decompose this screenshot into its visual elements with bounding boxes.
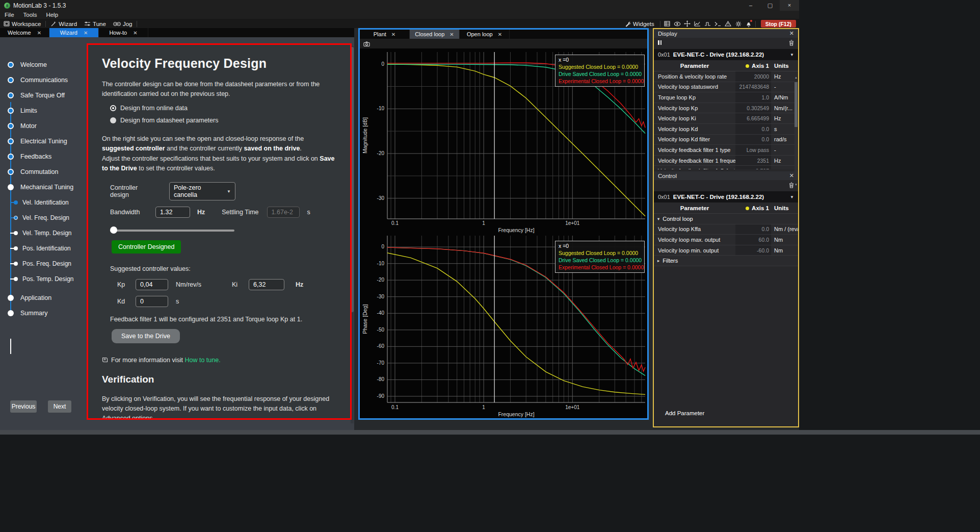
tab-plant[interactable]: Plant✕ — [360, 30, 410, 39]
gear-icon[interactable] — [734, 20, 743, 28]
how-to-tune-link[interactable]: How to tune. — [184, 357, 220, 364]
sidebar-step[interactable]: Commutation — [0, 164, 89, 180]
console-icon[interactable] — [713, 20, 723, 28]
close-icon[interactable]: ✕ — [789, 30, 794, 37]
window-title: MotionLab 3 - 1.5.3 — [13, 2, 66, 9]
control-device-selector[interactable]: 0x01 EVE-NET-C - Drive (192.168.2.22) ▼ — [654, 191, 798, 202]
sidebar-step[interactable]: Welcome — [0, 57, 89, 72]
sidebar-step[interactable]: Communications — [0, 72, 89, 88]
table-row[interactable]: Velocity loop min. output-60.0Nm — [654, 245, 798, 256]
maximize-icon[interactable]: ▢ — [760, 0, 780, 11]
sidebar-step[interactable]: Pos. Temp. Design — [0, 271, 89, 287]
next-button[interactable]: Next — [48, 400, 71, 413]
kp-label: Kp — [117, 281, 127, 288]
step-label: Pos. Freq. Design — [22, 260, 71, 267]
settling-time-input[interactable] — [267, 207, 300, 218]
bell-icon[interactable] — [744, 20, 753, 28]
table-row[interactable]: Velocity loop Ki6.665499Hz — [654, 113, 798, 124]
kd-input[interactable] — [136, 296, 168, 307]
add-parameter-button[interactable]: Add Parameter — [665, 410, 704, 416]
trash-icon[interactable] — [789, 40, 794, 46]
table-row[interactable]: Velocity loop Kffa0.0Nm / (rev/s2) — [654, 224, 798, 235]
table-row[interactable]: Velocity loop Kp0.302549Nm/(r... — [654, 103, 798, 114]
close-icon[interactable]: ✕ — [133, 30, 137, 36]
sidebar-step[interactable]: Motor — [0, 118, 89, 134]
eye-icon[interactable] — [673, 20, 682, 28]
widgets-button[interactable]: Widgets — [621, 19, 658, 28]
table-row[interactable]: Velocity loop statusword2147483648- — [654, 82, 798, 93]
step-dot-icon — [14, 231, 18, 235]
sidebar-step[interactable]: Safe Torque Off — [0, 88, 89, 103]
sidebar-step[interactable]: Vel. Temp. Design — [0, 225, 89, 241]
save-to-drive-button[interactable]: Save to the Drive — [112, 329, 180, 343]
minimize-icon[interactable]: – — [741, 0, 760, 11]
tab-how-to[interactable]: How-to✕ — [99, 28, 148, 37]
snapshot-camera-icon[interactable] — [363, 41, 370, 46]
close-icon[interactable]: ✕ — [37, 30, 41, 36]
sidebar-step[interactable]: Vel. Identification — [0, 195, 89, 210]
warning-icon[interactable] — [724, 20, 733, 28]
radio-design-datasheet[interactable]: Design from datasheet parameters — [110, 117, 336, 124]
sidebar-step[interactable]: Pos. Freq. Design — [0, 256, 89, 271]
menu-help[interactable]: Help — [41, 12, 63, 18]
table-row[interactable]: Velocity feedback filter 1 Q-factor0.707… — [654, 166, 798, 169]
watch-table-icon[interactable] — [663, 20, 672, 28]
table-row[interactable]: Velocity loop Kd filter0.0rad/s — [654, 135, 798, 145]
table-row[interactable]: Velocity loop Kd0.0s — [654, 124, 798, 135]
slider-knob[interactable] — [110, 226, 117, 234]
trash-icon[interactable] — [789, 182, 794, 188]
step-dot-icon — [14, 246, 18, 250]
signal-icon[interactable] — [703, 20, 712, 28]
sidebar-step[interactable]: Vel. Freq. Design — [0, 210, 89, 225]
jog-button[interactable]: Jog — [110, 19, 136, 28]
workspace-button[interactable]: Workspace — [0, 19, 44, 28]
tab-welcome[interactable]: Welcome✕ — [0, 28, 49, 37]
tab-wizard[interactable]: Wizard✕ — [49, 28, 99, 37]
close-icon[interactable]: ✕ — [498, 32, 502, 37]
sidebar-step[interactable]: Feedbacks — [0, 149, 89, 164]
menu-tools[interactable]: Tools — [19, 12, 42, 18]
tab-open-loop[interactable]: Open loop✕ — [460, 30, 510, 39]
sidebar-step[interactable]: Mechanical Tuning — [0, 180, 89, 195]
sidebar-step[interactable]: Limits — [0, 103, 89, 118]
menu-file[interactable]: File — [0, 12, 19, 18]
close-icon[interactable]: ✕ — [84, 30, 88, 36]
kp-input[interactable] — [136, 279, 168, 290]
sidebar-step[interactable]: Pos. Identification — [0, 241, 89, 256]
sidebar-step[interactable]: Application — [0, 290, 89, 306]
move-icon[interactable] — [683, 20, 692, 28]
stop-button[interactable]: Stop (F12) — [761, 20, 796, 28]
controller-design-select[interactable]: Pole-zero cancella▼ — [169, 182, 235, 200]
table-group-row[interactable]: ▸Filters — [654, 256, 798, 266]
tab-closed-loop[interactable]: Closed loop✕ — [410, 30, 460, 39]
display-device-selector[interactable]: 0x01 EVE-NET-C - Drive (192.168.2.22) ▼ — [654, 49, 798, 60]
bandwidth-slider[interactable] — [110, 226, 234, 234]
pause-icon[interactable] — [658, 40, 661, 45]
bode-plots[interactable]: 0-10-20-300.111e+01Frequency [Hz]Magnitu… — [360, 48, 647, 418]
close-icon[interactable]: × — [780, 0, 799, 11]
kp-unit: Nm/rev/s — [176, 281, 207, 288]
previous-button[interactable]: Previous — [10, 400, 37, 413]
svg-text:-30: -30 — [377, 294, 385, 299]
close-icon[interactable]: ✕ — [391, 32, 395, 37]
step-dot-icon — [14, 200, 18, 205]
bandwidth-input[interactable] — [155, 207, 190, 218]
table-row[interactable]: Position & velocity loop rate20000Hz — [654, 71, 798, 82]
wizard-button[interactable]: Wizard — [47, 19, 81, 28]
close-icon[interactable]: ✕ — [449, 32, 454, 37]
table-row[interactable]: Velocity feedback filter 1 frequency2351… — [654, 156, 798, 166]
sidebar-step[interactable]: Electrical Tuning — [0, 134, 89, 149]
ki-input[interactable] — [249, 279, 284, 290]
table-row[interactable]: Torque loop Kp1.0A/Nm — [654, 92, 798, 103]
description-text: On the right side you can see the open a… — [102, 134, 335, 174]
radio-design-online[interactable]: Design from online data — [110, 105, 336, 112]
table-group-row[interactable]: ▾Control loop — [654, 214, 798, 224]
step-dot-icon — [8, 184, 14, 190]
table-row[interactable]: Velocity feedback filter 1 typeLow pass- — [654, 145, 798, 156]
trend-icon[interactable] — [693, 20, 702, 28]
table-row[interactable]: Velocity loop max. output60.0Nm — [654, 235, 798, 245]
display-scrollbar[interactable]: ▲▼ — [794, 82, 798, 180]
sidebar-step[interactable]: Summary — [0, 306, 89, 321]
tune-button[interactable]: Tune — [81, 19, 110, 28]
close-icon[interactable]: ✕ — [789, 172, 794, 179]
